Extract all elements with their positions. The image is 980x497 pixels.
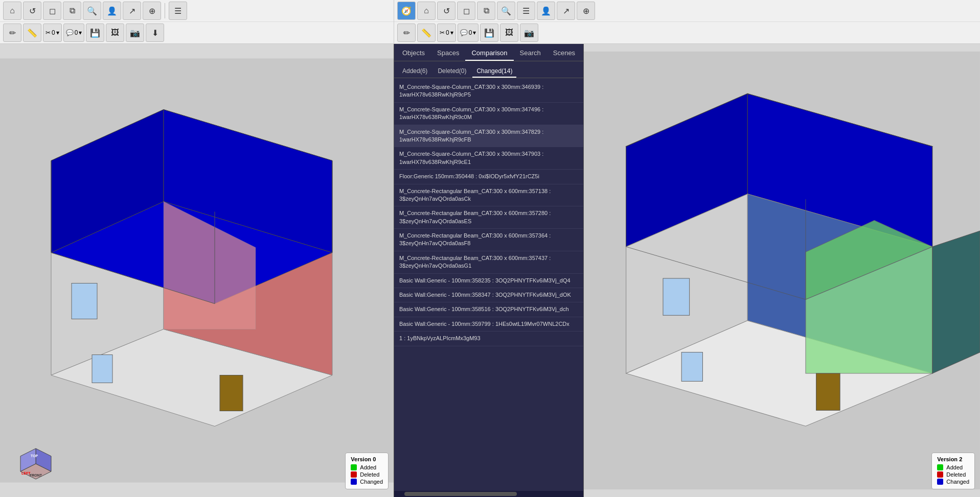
- left-toolbar-row2: ✏ 📏 ✂ 0 ▾ 💬 0 ▾ 💾 🖼 📷 ⬇: [0, 22, 394, 43]
- list-item[interactable]: 1 : 1yBNkpVyzALPIcmMx3gM93: [394, 332, 583, 346]
- list-item[interactable]: Basic Wall:Generic - 100mm:358235 : 3OQ2…: [394, 274, 583, 288]
- comment-right-icon: 💬: [460, 29, 468, 36]
- left-toolbar-row1: ⌂ ↺ ◻ ⧉ 🔍 👤 ↗ ⊕ ☰: [0, 0, 394, 22]
- download-button[interactable]: ⬇: [146, 23, 164, 42]
- svg-rect-10: [220, 375, 243, 411]
- comment-count: 0: [75, 29, 78, 36]
- search-button[interactable]: 🔍: [83, 2, 101, 20]
- tab-comparison[interactable]: Comparison: [465, 46, 513, 61]
- scissors-count: 0: [52, 29, 55, 36]
- comment-right-chevron: ▾: [473, 29, 476, 36]
- list-item[interactable]: Basic Wall:Generic - 100mm:358347 : 3OQ2…: [394, 288, 583, 302]
- scissors-right-icon: ✂: [440, 29, 445, 36]
- tab-search[interactable]: Search: [514, 46, 547, 61]
- scissors-icon: ✂: [45, 29, 51, 36]
- panel-scrollbar[interactable]: [394, 491, 583, 497]
- compass-cube-left: LEFT TOP FRONT: [15, 446, 56, 487]
- panel-scrollbar-thumb: [404, 492, 517, 496]
- comparison-panel: Objects Spaces Comparison Search Scenes …: [394, 44, 584, 497]
- image-right-button[interactable]: 🖼: [500, 23, 518, 42]
- export-button[interactable]: ↗: [123, 2, 141, 20]
- subtab-changed[interactable]: Changed(14): [472, 65, 516, 78]
- save-button[interactable]: 💾: [86, 23, 104, 42]
- legend-added-color-left: [351, 464, 357, 470]
- layers-right-button[interactable]: ⧉: [477, 2, 495, 20]
- list-item[interactable]: M_Concrete-Rectangular Beam_CAT:300 x 60…: [394, 251, 583, 274]
- list-item[interactable]: M_Concrete-Square-Column_CAT:300 x 300mm…: [394, 125, 583, 148]
- list-item[interactable]: M_Concrete-Rectangular Beam_CAT:300 x 60…: [394, 206, 583, 229]
- layers-button[interactable]: ⧉: [63, 2, 81, 20]
- legend-changed-label-left: Changed: [360, 479, 383, 485]
- legend-left-changed: Changed: [351, 479, 383, 485]
- ruler-right-button[interactable]: 📏: [417, 23, 436, 42]
- viewport-left[interactable]: LEFT TOP FRONT Version 0 Added Deleted C…: [0, 44, 394, 497]
- box-button[interactable]: ◻: [43, 2, 61, 20]
- list-item[interactable]: M_Concrete-Square-Column_CAT:300 x 300mm…: [394, 80, 583, 103]
- legend-changed-color-left: [351, 479, 357, 485]
- legend-right-title: Version 2: [937, 456, 969, 462]
- subtab-added[interactable]: Added(6): [398, 65, 431, 78]
- person-right-button[interactable]: 👤: [537, 2, 555, 20]
- legend-right: Version 2 Added Deleted Changed: [931, 453, 975, 489]
- tab-scenes[interactable]: Scenes: [547, 46, 581, 61]
- subtab-deleted[interactable]: Deleted(0): [434, 65, 470, 78]
- camera-button[interactable]: 📷: [126, 23, 144, 42]
- comment-icon: 💬: [66, 29, 74, 36]
- tab-spaces[interactable]: Spaces: [431, 46, 465, 61]
- menu-right-button[interactable]: ☰: [517, 2, 535, 20]
- right-toolbar-row1: 🧭 ⌂ ↺ ◻ ⧉ 🔍 ☰ 👤 ↗ ⊕: [394, 0, 980, 22]
- list-item[interactable]: M_Concrete-Square-Column_CAT:300 x 300mm…: [394, 147, 583, 170]
- svg-rect-9: [92, 355, 112, 383]
- menu-button[interactable]: ☰: [169, 2, 187, 20]
- list-item[interactable]: Basic Wall:Generic - 100mm:359799 : 1HEs…: [394, 317, 583, 332]
- ruler-button[interactable]: 📏: [23, 23, 41, 42]
- scissors-right-dropdown[interactable]: ✂ 0 ▾: [437, 23, 456, 42]
- viewport-right[interactable]: Version 2 Added Deleted Changed: [584, 44, 980, 497]
- svg-rect-33: [663, 278, 690, 315]
- tab-objects[interactable]: Objects: [396, 46, 431, 61]
- svg-text:FRONT: FRONT: [30, 474, 42, 477]
- box-right-button[interactable]: ◻: [457, 2, 475, 20]
- svg-text:TOP: TOP: [31, 454, 38, 458]
- list-item[interactable]: M_Concrete-Square-Column_CAT:300 x 300mm…: [394, 103, 583, 125]
- compass-button[interactable]: 🧭: [397, 2, 416, 20]
- sub-tabs: Added(6) Deleted(0) Changed(14): [394, 61, 583, 78]
- scissors-dropdown[interactable]: ✂ 0 ▾: [43, 23, 62, 42]
- scissors-chevron: ▾: [56, 29, 59, 36]
- home-right-button[interactable]: ⌂: [417, 2, 436, 20]
- legend-left-deleted: Deleted: [351, 471, 383, 478]
- svg-rect-35: [816, 373, 840, 410]
- legend-added-label-left: Added: [360, 464, 376, 470]
- home-button[interactable]: ⌂: [3, 2, 21, 20]
- legend-right-changed: Changed: [937, 479, 969, 485]
- person-button[interactable]: 👤: [103, 2, 121, 20]
- export-right-button[interactable]: ↗: [557, 2, 575, 20]
- refresh-right-button[interactable]: ↺: [437, 2, 455, 20]
- pencil-right-button[interactable]: ✏: [397, 23, 416, 42]
- comment-dropdown[interactable]: 💬 0 ▾: [63, 23, 85, 42]
- target-right-button[interactable]: ⊕: [577, 2, 595, 20]
- pencil-button[interactable]: ✏: [3, 23, 21, 42]
- legend-left: Version 0 Added Deleted Changed: [345, 453, 389, 489]
- svg-rect-34: [681, 352, 702, 382]
- camera-right-button[interactable]: 📷: [520, 23, 538, 42]
- image-button[interactable]: 🖼: [106, 23, 124, 42]
- target-button[interactable]: ⊕: [143, 2, 161, 20]
- legend-left-added: Added: [351, 464, 383, 470]
- comment-right-count: 0: [469, 29, 472, 36]
- search-right-button[interactable]: 🔍: [497, 2, 515, 20]
- scissors-right-chevron: ▾: [450, 29, 453, 36]
- comment-right-dropdown[interactable]: 💬 0 ▾: [458, 23, 479, 42]
- save-right-button[interactable]: 💾: [480, 23, 498, 42]
- legend-changed-color-right: [937, 479, 943, 485]
- list-item[interactable]: M_Concrete-Rectangular Beam_CAT:300 x 60…: [394, 229, 583, 251]
- legend-deleted-label-right: Deleted: [946, 471, 966, 478]
- changed-items-list[interactable]: M_Concrete-Square-Column_CAT:300 x 300mm…: [394, 78, 583, 491]
- refresh-button[interactable]: ↺: [23, 2, 41, 20]
- list-item[interactable]: M_Concrete-Rectangular Beam_CAT:300 x 60…: [394, 184, 583, 207]
- legend-right-deleted: Deleted: [937, 471, 969, 478]
- right-toolbar-row2: ✏ 📏 ✂ 0 ▾ 💬 0 ▾ 💾 🖼 📷: [394, 22, 980, 43]
- list-item[interactable]: Basic Wall:Generic - 100mm:358516 : 3OQ2…: [394, 302, 583, 317]
- list-item[interactable]: Floor:Generic 150mm:350448 : 0xi$IODyr5x…: [394, 170, 583, 184]
- nav-tabs: Objects Spaces Comparison Search Scenes: [394, 44, 583, 61]
